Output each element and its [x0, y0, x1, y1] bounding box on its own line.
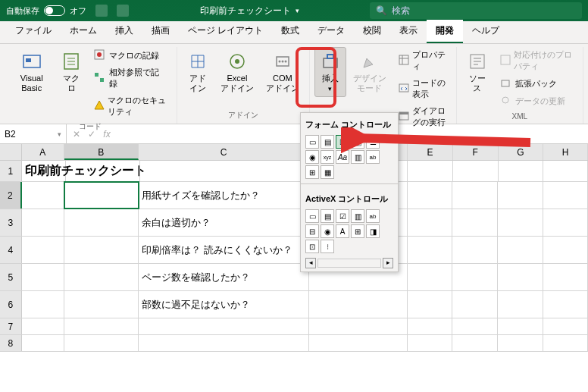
tab-draw[interactable]: 描画: [142, 20, 179, 43]
cell-b4[interactable]: [64, 237, 139, 263]
insert-controls-button[interactable]: 挿入▾: [314, 47, 346, 97]
ax-list-icon[interactable]: ▥: [351, 209, 364, 223]
refresh-data-button[interactable]: データの更新: [495, 93, 578, 109]
macro-button[interactable]: マクロ: [55, 47, 87, 97]
cell[interactable]: [543, 237, 588, 263]
cell[interactable]: [543, 264, 588, 290]
row-header-6[interactable]: 6: [0, 291, 22, 318]
col-header-c[interactable]: C: [139, 144, 309, 160]
cell[interactable]: [22, 237, 64, 263]
col-header-a[interactable]: A: [22, 144, 64, 160]
form-checkbox-icon[interactable]: ☑: [336, 135, 349, 149]
ax-text-icon[interactable]: ab: [366, 209, 380, 223]
row-header-1[interactable]: 1: [0, 161, 22, 181]
visual-basic-button[interactable]: Visual Basic: [9, 47, 54, 97]
cell[interactable]: [408, 161, 453, 181]
cell[interactable]: [309, 335, 408, 351]
cell[interactable]: [408, 291, 453, 318]
cell[interactable]: [22, 264, 64, 290]
ax-scroll-icon[interactable]: ⊟: [305, 224, 319, 238]
com-addins-button[interactable]: COM アドイン: [261, 47, 305, 97]
cell-a1[interactable]: 印刷前チェックシート: [22, 161, 66, 181]
macro-security-button[interactable]: マクロのセキュリティ: [89, 93, 172, 120]
tab-developer[interactable]: 開発: [427, 20, 463, 43]
cell-c2[interactable]: 用紙サイズを確認したか？: [139, 182, 309, 209]
cell-b5[interactable]: [64, 264, 139, 290]
select-all-corner[interactable]: [0, 144, 22, 160]
form-button-icon[interactable]: ▭: [305, 135, 319, 149]
form-combo-icon[interactable]: ▤: [321, 135, 334, 149]
cell[interactable]: [22, 291, 64, 318]
excel-addins-button[interactable]: Excel アドイン: [215, 47, 259, 97]
ax-image-icon[interactable]: ⊞: [351, 224, 364, 238]
ax-checkbox-icon[interactable]: ☑: [336, 209, 349, 223]
search-input[interactable]: [392, 5, 576, 16]
cell[interactable]: [498, 291, 543, 318]
ax-more-icon[interactable]: ⁝: [321, 240, 334, 253]
tab-home[interactable]: ホーム: [61, 20, 106, 43]
properties-button[interactable]: プロパティ: [393, 47, 452, 74]
ax-label-icon[interactable]: A: [336, 224, 349, 238]
row-header-4[interactable]: 4: [0, 237, 22, 263]
cell[interactable]: [22, 182, 64, 209]
cell[interactable]: [64, 318, 139, 334]
cell[interactable]: [452, 237, 498, 263]
autosave-toggle[interactable]: 自動保存 オフ: [6, 5, 86, 17]
map-properties-button[interactable]: 対応付けのプロパティ: [495, 47, 578, 74]
cancel-formula-icon[interactable]: ✕: [70, 129, 83, 140]
cell-b6[interactable]: [64, 291, 139, 318]
cell[interactable]: [452, 291, 498, 318]
form-combo2-icon[interactable]: ⊞: [305, 165, 319, 179]
cell[interactable]: [408, 237, 453, 263]
form-spin-icon[interactable]: ◧: [351, 135, 364, 149]
form-group-icon[interactable]: xyz: [321, 150, 334, 164]
cell[interactable]: [22, 318, 64, 334]
run-dialog-button[interactable]: ダイアログの実行: [393, 103, 452, 130]
fx-icon[interactable]: fx: [100, 129, 114, 140]
cell[interactable]: [408, 264, 453, 290]
tab-page-layout[interactable]: ページ レイアウト: [179, 20, 272, 43]
cell[interactable]: [139, 318, 309, 334]
cell[interactable]: [309, 291, 408, 318]
scroll-left-icon[interactable]: ◂: [305, 258, 316, 268]
cell[interactable]: [64, 335, 139, 351]
cell[interactable]: [452, 264, 498, 290]
cell-c5[interactable]: ページ数を確認したか？: [139, 264, 309, 290]
cell[interactable]: [408, 335, 453, 351]
form-scroll-icon[interactable]: ▥: [351, 150, 364, 164]
title-dropdown-icon[interactable]: ▾: [296, 7, 299, 14]
undo-icon[interactable]: [117, 5, 129, 17]
cell[interactable]: [543, 318, 588, 334]
cell[interactable]: [498, 237, 543, 263]
cell-b1[interactable]: [66, 161, 140, 181]
tab-help[interactable]: ヘルプ: [463, 20, 508, 43]
cell-b2[interactable]: [64, 182, 139, 209]
tab-formulas[interactable]: 数式: [272, 20, 308, 43]
col-header-h[interactable]: H: [543, 144, 588, 160]
cell[interactable]: [453, 161, 499, 181]
cell[interactable]: [452, 209, 498, 236]
scroll-right-icon[interactable]: ▸: [383, 258, 393, 268]
cell[interactable]: [452, 335, 498, 351]
ax-toggle-icon[interactable]: ⊡: [305, 240, 319, 253]
tab-review[interactable]: 校閲: [354, 20, 390, 43]
cell[interactable]: [498, 209, 543, 236]
cell-c3[interactable]: 余白は適切か？: [139, 209, 309, 236]
cell[interactable]: [22, 335, 64, 351]
cell[interactable]: [543, 335, 588, 351]
name-box-dropdown-icon[interactable]: ▾: [58, 130, 61, 138]
ax-option-icon[interactable]: ◉: [321, 224, 334, 238]
tab-view[interactable]: 表示: [390, 20, 427, 43]
tab-file[interactable]: ファイル: [6, 20, 61, 43]
cell[interactable]: [139, 335, 309, 351]
cell[interactable]: [408, 318, 453, 334]
cell[interactable]: [22, 209, 64, 236]
cell[interactable]: [543, 161, 588, 181]
form-text-icon[interactable]: ab: [366, 150, 380, 164]
col-header-b[interactable]: B: [64, 144, 139, 160]
form-list-icon[interactable]: ☰: [366, 135, 380, 149]
ax-combo-icon[interactable]: ▤: [321, 209, 334, 223]
cell[interactable]: [408, 209, 453, 236]
row-header-7[interactable]: 7: [0, 318, 22, 334]
ax-button-icon[interactable]: ▭: [305, 209, 319, 223]
